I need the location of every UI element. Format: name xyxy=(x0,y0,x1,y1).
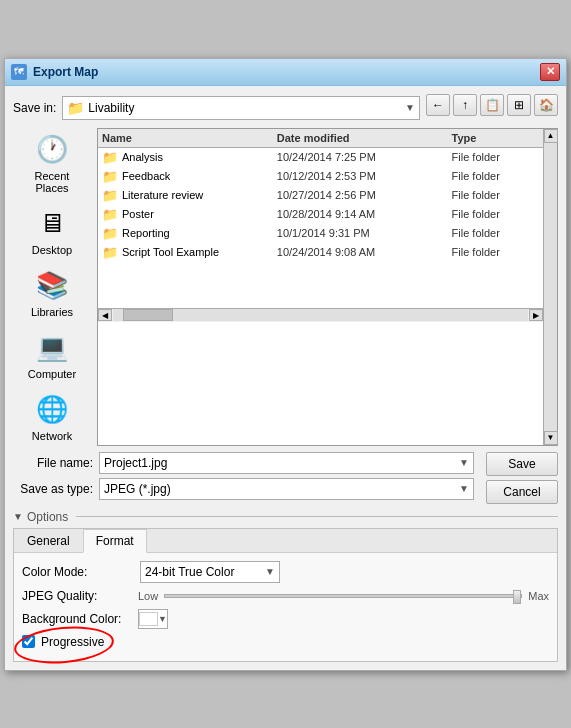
close-button[interactable]: ✕ xyxy=(540,63,560,81)
dropdown-arrow-icon: ▼ xyxy=(405,102,415,113)
sidebar-item-label: Computer xyxy=(28,368,76,380)
file-panel: Name Date modified Type 📁Analysis 10/24/… xyxy=(98,129,543,445)
scroll-thumb[interactable] xyxy=(123,309,173,321)
sidebar-item-label: Desktop xyxy=(32,244,72,256)
savetype-row: Save as type: JPEG (*.jpg) ▼ xyxy=(13,478,474,500)
scroll-right-button[interactable]: ▶ xyxy=(529,309,543,321)
views-button[interactable]: ⊞ xyxy=(507,94,531,116)
recent-places-icon: 🕐 xyxy=(32,132,72,168)
sidebar-item-label: Recent Places xyxy=(20,170,84,194)
sidebar-item-label: Network xyxy=(32,430,72,442)
color-picker-arrow-icon: ▼ xyxy=(158,614,167,624)
filename-value: Project1.jpg xyxy=(104,456,459,470)
options-label: Options xyxy=(27,510,68,524)
folder-icon: 📁 xyxy=(102,226,118,241)
up-button[interactable]: ↑ xyxy=(453,94,477,116)
jpeg-quality-slider[interactable] xyxy=(164,594,522,598)
home-button[interactable]: 🏠 xyxy=(534,94,558,116)
col-type: Type xyxy=(452,132,539,144)
options-panel: General Format Color Mode: 24-bit True C… xyxy=(13,528,558,662)
horizontal-scrollbar[interactable]: ◀ ▶ xyxy=(98,308,543,322)
sidebar-item-computer[interactable]: 💻 Computer xyxy=(16,326,88,384)
list-item[interactable]: 📁Poster 10/28/2014 9:14 AM File folder xyxy=(98,205,543,224)
save-button[interactable]: Save xyxy=(486,452,558,476)
save-in-row: Save in: 📁 Livability ▼ ← ↑ 📋 ⊞ 🏠 xyxy=(13,94,558,122)
sidebar-item-desktop[interactable]: 🖥 Desktop xyxy=(16,202,88,260)
folder-icon: 📁 xyxy=(67,100,84,116)
sidebar-item-label: Libraries xyxy=(31,306,73,318)
list-item[interactable]: 📁Feedback 10/12/2014 2:53 PM File folder xyxy=(98,167,543,186)
list-item[interactable]: 📁Script Tool Example 10/24/2014 9:08 AM … xyxy=(98,243,543,262)
scroll-left-button[interactable]: ◀ xyxy=(98,309,112,321)
computer-icon: 💻 xyxy=(32,330,72,366)
color-mode-arrow-icon: ▼ xyxy=(265,566,275,577)
color-swatch xyxy=(139,612,158,626)
save-in-label: Save in: xyxy=(13,101,56,115)
filename-dropdown[interactable]: Project1.jpg ▼ xyxy=(99,452,474,474)
jpeg-low-label: Low xyxy=(138,590,158,602)
tab-general[interactable]: General xyxy=(14,529,83,553)
dialog-body: Save in: 📁 Livability ▼ ← ↑ 📋 ⊞ 🏠 🕐 Rece… xyxy=(5,86,566,670)
scroll-track[interactable] xyxy=(113,309,528,321)
file-list: 📁Analysis 10/24/2014 7:25 PM File folder… xyxy=(98,148,543,308)
scroll-up-button[interactable]: ▲ xyxy=(544,129,558,143)
action-buttons: Save Cancel xyxy=(486,452,558,504)
fields-wrap: File name: Project1.jpg ▼ Save as type: … xyxy=(13,452,474,504)
options-header: ▼ Options xyxy=(13,510,558,524)
filename-row: File name: Project1.jpg ▼ xyxy=(13,452,474,474)
filename-label: File name: xyxy=(13,456,93,470)
color-mode-label: Color Mode: xyxy=(22,565,132,579)
sidebar-item-libraries[interactable]: 📚 Libraries xyxy=(16,264,88,322)
jpeg-quality-row: JPEG Quality: Low Max xyxy=(22,589,549,603)
slider-thumb xyxy=(513,590,521,604)
new-folder-button[interactable]: 📋 xyxy=(480,94,504,116)
back-button[interactable]: ← xyxy=(426,94,450,116)
toolbar-buttons: ← ↑ 📋 ⊞ 🏠 xyxy=(426,94,558,116)
progressive-row: Progressive xyxy=(22,635,549,649)
folder-icon: 📁 xyxy=(102,207,118,222)
options-content: Color Mode: 24-bit True Color ▼ JPEG Qua… xyxy=(14,553,557,661)
progressive-checkbox[interactable] xyxy=(22,635,35,648)
libraries-icon: 📚 xyxy=(32,268,72,304)
vscroll-track[interactable] xyxy=(544,143,557,431)
title-bar: 🗺 Export Map ✕ xyxy=(5,59,566,86)
vertical-scrollbar[interactable]: ▲ ▼ xyxy=(543,129,557,445)
chevron-down-icon: ▼ xyxy=(13,511,23,522)
options-section: ▼ Options General Format Color Mode: 24-… xyxy=(13,510,558,662)
cancel-button[interactable]: Cancel xyxy=(486,480,558,504)
file-list-header: Name Date modified Type xyxy=(98,129,543,148)
bg-color-picker[interactable]: ▼ xyxy=(138,609,168,629)
list-item[interactable]: 📁Analysis 10/24/2014 7:25 PM File folder xyxy=(98,148,543,167)
folder-icon: 📁 xyxy=(102,188,118,203)
savetype-label: Save as type: xyxy=(13,482,93,496)
folder-icon: 📁 xyxy=(102,169,118,184)
tab-format[interactable]: Format xyxy=(83,529,147,553)
list-item[interactable]: 📁Literature review 10/27/2014 2:56 PM Fi… xyxy=(98,186,543,205)
tabs-row: General Format xyxy=(14,529,557,553)
col-date: Date modified xyxy=(277,132,452,144)
color-mode-dropdown[interactable]: 24-bit True Color ▼ xyxy=(140,561,280,583)
bg-color-row: Background Color: ▼ xyxy=(22,609,549,629)
color-mode-value: 24-bit True Color xyxy=(145,565,265,579)
col-name: Name xyxy=(102,132,277,144)
window-title: Export Map xyxy=(33,65,98,79)
savetype-dropdown[interactable]: JPEG (*.jpg) ▼ xyxy=(99,478,474,500)
bg-color-label: Background Color: xyxy=(22,612,132,626)
save-in-dropdown[interactable]: 📁 Livability ▼ xyxy=(62,96,420,120)
jpeg-max-label: Max xyxy=(528,590,549,602)
sidebar-item-recent-places[interactable]: 🕐 Recent Places xyxy=(16,128,88,198)
color-mode-row: Color Mode: 24-bit True Color ▼ xyxy=(22,561,549,583)
scroll-down-button[interactable]: ▼ xyxy=(544,431,558,445)
bottom-row: File name: Project1.jpg ▼ Save as type: … xyxy=(13,452,558,504)
desktop-icon: 🖥 xyxy=(32,206,72,242)
savetype-arrow-icon: ▼ xyxy=(459,483,469,494)
save-in-value: Livability xyxy=(88,101,401,115)
jpeg-quality-label: JPEG Quality: xyxy=(22,589,132,603)
folder-icon: 📁 xyxy=(102,245,118,260)
sidebar-item-network[interactable]: 🌐 Network xyxy=(16,388,88,446)
left-panel: 🕐 Recent Places 🖥 Desktop 📚 Libraries 💻 … xyxy=(13,128,91,446)
list-item[interactable]: 📁Reporting 10/1/2014 9:31 PM File folder xyxy=(98,224,543,243)
main-area: 🕐 Recent Places 🖥 Desktop 📚 Libraries 💻 … xyxy=(13,128,558,446)
network-icon: 🌐 xyxy=(32,392,72,428)
progressive-label: Progressive xyxy=(41,635,104,649)
